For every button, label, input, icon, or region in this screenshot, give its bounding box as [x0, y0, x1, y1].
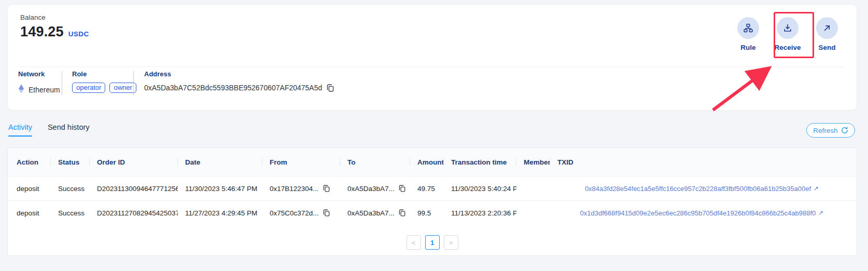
txid-link[interactable]: 0x84a3fd28e54fec1a5e5ffc16cce957c2b228af… — [585, 185, 819, 193]
pagination-page-1[interactable]: 1 — [425, 235, 440, 250]
cell-amount: 99.5 — [410, 209, 444, 217]
table-row: deposit Success D20231130094647771256 11… — [8, 176, 857, 200]
from-address: 0x75C0c372d... — [270, 209, 319, 217]
balance-label: Balance — [20, 13, 89, 21]
refresh-button[interactable]: Refresh — [806, 123, 855, 138]
rule-button-label: Rule — [740, 44, 755, 51]
copy-to-icon[interactable] — [399, 185, 405, 192]
role-badge-operator: operator — [72, 83, 105, 93]
refresh-icon — [841, 127, 848, 134]
receive-button[interactable]: Receive — [772, 17, 804, 51]
address-block: Address 0xA5Da3bA7C52Bdc5593BBE952670607… — [144, 70, 334, 96]
pagination: < 1 > — [8, 235, 857, 250]
cell-status: Success — [51, 209, 90, 217]
header-txid: TXID — [550, 158, 857, 166]
cell-status: Success — [51, 185, 90, 193]
ethereum-icon — [18, 84, 24, 96]
cell-order-id: D20231127082945425037 — [90, 209, 178, 217]
cell-order-id: D20231130094647771256 — [90, 185, 178, 193]
pagination-prev-button[interactable]: < — [407, 235, 421, 250]
cell-to: 0xA5Da3bA7... — [340, 185, 410, 193]
vertical-divider — [133, 71, 134, 95]
header-member: Member — [516, 158, 550, 166]
role-badge-owner: owner — [109, 83, 136, 93]
header-to: To — [340, 158, 410, 166]
cell-date: 11/30/2023 5:46:47 PM — [178, 185, 262, 193]
external-link-icon: ↗ — [818, 209, 823, 216]
copy-to-icon[interactable] — [399, 209, 405, 216]
balance-currency: USDC — [68, 30, 89, 38]
receive-icon — [777, 17, 799, 39]
header-amount: Amount — [410, 158, 444, 166]
rule-icon — [737, 17, 759, 39]
cell-from: 0x75C0c372d... — [262, 209, 340, 217]
from-address: 0x17B122304... — [270, 185, 319, 193]
cell-action: deposit — [8, 209, 51, 217]
role-label: Role — [72, 70, 133, 78]
external-link-icon: ↗ — [814, 185, 819, 192]
to-address: 0xA5Da3bA7... — [347, 209, 395, 217]
pagination-next-button[interactable]: > — [444, 235, 458, 250]
header-status: Status — [51, 158, 90, 166]
copy-address-icon[interactable] — [327, 84, 334, 92]
receive-button-label: Receive — [774, 44, 801, 51]
network-value: Ethereum — [29, 86, 60, 94]
txid-value: 0x84a3fd28e54fec1a5e5ffc16cce957c2b228af… — [585, 185, 811, 193]
cell-action: deposit — [8, 185, 51, 193]
cell-transaction-time: 11/13/2023 2:20:36 PM — [444, 209, 516, 217]
header-action: Action — [8, 158, 51, 166]
tab-bar: Activity Send history — [8, 123, 90, 137]
cell-from: 0x17B122304... — [262, 185, 340, 193]
cell-amount: 49.75 — [410, 185, 444, 193]
cell-date: 11/27/2023 4:29:45 PM — [178, 209, 262, 217]
send-icon — [816, 17, 838, 39]
header-date: Date — [178, 158, 262, 166]
action-buttons: Rule Receive Send — [732, 17, 843, 51]
role-block: Role operator owner — [72, 70, 133, 96]
copy-from-icon[interactable] — [323, 209, 330, 216]
card-divider — [20, 66, 844, 67]
cell-to: 0xA5Da3bA7... — [340, 209, 410, 217]
send-button[interactable]: Send — [811, 17, 843, 51]
to-address: 0xA5Da3bA7... — [347, 185, 395, 193]
header-from: From — [262, 158, 340, 166]
tab-activity[interactable]: Activity — [8, 123, 32, 137]
txid-value: 0x1d3df668f9415d09e2e5ec6ec286c95b705df4… — [580, 209, 816, 217]
copy-from-icon[interactable] — [323, 185, 330, 192]
table-row: deposit Success D20231127082945425037 11… — [8, 200, 857, 225]
address-label: Address — [144, 70, 334, 78]
rule-button[interactable]: Rule — [732, 17, 764, 51]
balance-amount: 149.25 — [20, 24, 64, 40]
txid-link[interactable]: 0x1d3df668f9415d09e2e5ec6ec286c95b705df4… — [580, 209, 824, 217]
wallet-info-row: Network Ethereum Role operator owner Add — [18, 70, 334, 96]
header-order-id: Order ID — [90, 158, 178, 166]
cell-transaction-time: 11/30/2023 5:40:24 PM — [444, 185, 516, 193]
tab-send-history[interactable]: Send history — [48, 123, 90, 137]
network-block: Network Ethereum — [18, 70, 62, 96]
header-transaction-time: Transaction time — [444, 158, 516, 166]
balance-section: Balance 149.25 USDC — [20, 13, 89, 40]
wallet-summary-card: Balance 149.25 USDC Rule — [7, 4, 857, 111]
table-header-row: Action Status Order ID Date From To Amou… — [8, 148, 857, 176]
activity-table-card: Action Status Order ID Date From To Amou… — [7, 147, 857, 256]
send-button-label: Send — [818, 44, 835, 51]
vertical-divider — [62, 71, 62, 95]
network-label: Network — [18, 70, 62, 78]
refresh-button-label: Refresh — [813, 127, 837, 134]
address-value: 0xA5Da3bA7C52Bdc5593BBE952670607AF20475A… — [144, 84, 322, 92]
